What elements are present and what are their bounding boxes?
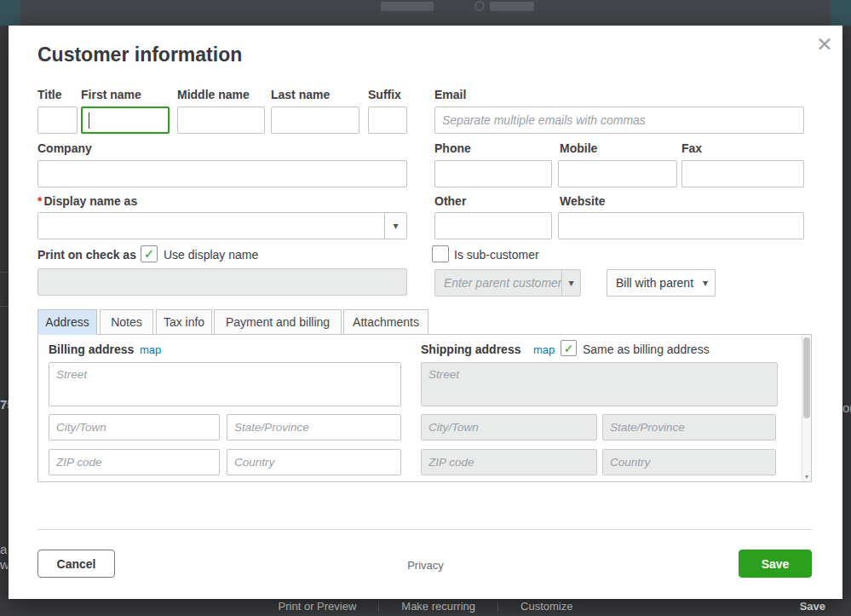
- background-text-fragment: on: [842, 400, 851, 415]
- modal-title: Customer information: [37, 43, 242, 66]
- bill-with-parent-value: Bill with parent: [607, 270, 696, 296]
- website-input[interactable]: [558, 212, 804, 239]
- background-top-bar: [0, 0, 851, 26]
- tab-tax-info[interactable]: Tax info: [156, 309, 212, 335]
- middle-name-input[interactable]: [177, 107, 265, 134]
- make-recurring-button[interactable]: Make recurring: [379, 600, 497, 613]
- is-sub-customer-label: Is sub-customer: [454, 248, 539, 262]
- email-input[interactable]: [434, 107, 804, 134]
- shipping-state-input: [602, 414, 776, 440]
- chevron-down-icon: ▾: [384, 213, 406, 239]
- website-label: Website: [560, 194, 605, 208]
- last-name-input[interactable]: [271, 107, 359, 134]
- use-display-name-checkbox[interactable]: ✓: [141, 245, 158, 262]
- background-artifact: [0, 272, 9, 273]
- title-label: Title: [37, 88, 62, 101]
- customer-information-modal: Customer information ✕ Title First name …: [9, 26, 842, 599]
- shipping-address-title: Shipping address: [421, 343, 520, 356]
- billing-city-input[interactable]: [49, 414, 220, 440]
- bottom-bar-save-button[interactable]: Save: [800, 600, 825, 613]
- background-text-fragment: a: [0, 542, 8, 556]
- footer-divider: [37, 529, 812, 530]
- first-name-input[interactable]: [81, 107, 170, 134]
- cancel-button[interactable]: Cancel: [37, 550, 115, 578]
- scrollbar-thumb[interactable]: [803, 337, 810, 418]
- bill-with-parent-dropdown[interactable]: Bill with parent ▾: [607, 269, 716, 296]
- billing-address-title: Billing address: [49, 343, 134, 356]
- required-asterisk: *: [37, 194, 42, 208]
- background-artifact: [0, 0, 20, 26]
- display-name-dropdown-value: [38, 213, 384, 239]
- company-label: Company: [37, 141, 92, 155]
- chevron-down-icon: ▾: [696, 270, 715, 296]
- background-text-fragment: 75: [0, 397, 9, 412]
- use-display-name-label: Use display name: [164, 248, 258, 262]
- shipping-map-link[interactable]: map: [533, 343, 555, 356]
- first-name-label: First name: [81, 88, 141, 101]
- background-artifact: [474, 1, 485, 11]
- tab-payment-and-billing[interactable]: Payment and billing: [214, 309, 342, 335]
- billing-zip-input[interactable]: [49, 449, 220, 475]
- same-as-billing-checkbox[interactable]: ✓: [561, 340, 577, 356]
- background-artifact: [0, 306, 9, 307]
- display-name-dropdown[interactable]: ▾: [37, 212, 407, 239]
- parent-customer-placeholder: Enter parent customer: [435, 270, 561, 296]
- save-button[interactable]: Save: [739, 550, 812, 578]
- title-input[interactable]: [37, 107, 78, 134]
- background-artifact: [381, 2, 434, 11]
- scroll-down-icon[interactable]: ▾: [802, 473, 811, 481]
- fax-input[interactable]: [681, 160, 804, 187]
- print-on-check-input: [37, 268, 407, 296]
- shipping-zip-input: [421, 449, 597, 475]
- fax-label: Fax: [681, 141, 702, 155]
- background-artifact: [831, 0, 851, 26]
- tab-notes[interactable]: Notes: [100, 309, 153, 335]
- is-sub-customer-checkbox[interactable]: [432, 245, 449, 262]
- company-input[interactable]: [37, 160, 407, 187]
- address-tab-panel: Billing address map Shipping address map…: [37, 334, 812, 482]
- chevron-down-icon: ▾: [561, 270, 580, 296]
- background-artifact: [490, 2, 534, 11]
- mobile-input[interactable]: [558, 160, 677, 187]
- shipping-street-input: [421, 362, 778, 406]
- other-label: Other: [434, 194, 466, 208]
- same-as-billing-label: Same as billing address: [583, 343, 710, 356]
- tab-attachments[interactable]: Attachments: [343, 309, 428, 335]
- text-cursor: [89, 112, 89, 129]
- suffix-label: Suffix: [368, 88, 401, 101]
- billing-street-input[interactable]: [49, 362, 401, 406]
- billing-state-input[interactable]: [227, 414, 401, 440]
- last-name-label: Last name: [271, 88, 330, 101]
- billing-country-input[interactable]: [227, 449, 401, 475]
- check-icon: ✓: [144, 246, 155, 262]
- check-icon: ✓: [564, 342, 574, 355]
- billing-map-link[interactable]: map: [140, 343, 161, 356]
- panel-scrollbar[interactable]: ▾: [802, 335, 811, 481]
- parent-customer-dropdown: Enter parent customer ▾: [434, 269, 581, 296]
- background-text-fragment: w: [0, 557, 8, 572]
- print-or-preview-button[interactable]: Print or Preview: [256, 600, 379, 613]
- middle-name-label: Middle name: [177, 88, 250, 101]
- shipping-city-input: [421, 414, 597, 440]
- display-name-label: *Display name as: [37, 194, 137, 208]
- background-bottom-bar: Print or Preview Make recurring Customiz…: [0, 596, 851, 616]
- display-name-label-text: Display name as: [43, 194, 137, 208]
- phone-label: Phone: [434, 141, 471, 155]
- shipping-country-input: [602, 449, 776, 475]
- customize-button[interactable]: Customize: [498, 600, 595, 613]
- phone-input[interactable]: [434, 160, 552, 187]
- suffix-input[interactable]: [368, 107, 407, 134]
- privacy-link[interactable]: Privacy: [407, 559, 444, 572]
- tab-address[interactable]: Address: [37, 309, 97, 335]
- print-on-check-label: Print on check as: [37, 248, 136, 262]
- close-icon[interactable]: ✕: [811, 31, 838, 58]
- email-label: Email: [434, 88, 466, 101]
- mobile-label: Mobile: [560, 141, 597, 155]
- other-input[interactable]: [434, 212, 552, 239]
